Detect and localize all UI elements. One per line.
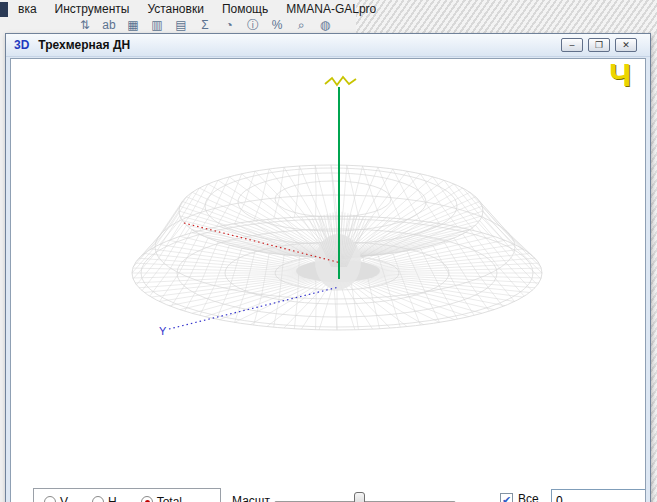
percent-icon[interactable]: %	[270, 18, 284, 32]
screen: вка Инструменты Установки Помощь MMANA-G…	[0, 0, 657, 502]
pattern-3d-window: 3D Трехмерная ДН – ❐ ✕ Y Ч V H	[5, 33, 651, 502]
menu-item-settings[interactable]: Установки	[138, 2, 212, 16]
polarization-radio-panel: V H Total	[33, 488, 221, 502]
toolbar: ⇅ ab ▦ ▥ ▤ Σ ◔ ⓘ % ⌕ ◍	[78, 17, 332, 33]
window-title: Трехмерная ДН	[38, 38, 130, 52]
background-pattern-top	[356, 0, 657, 33]
menu-item-help[interactable]: Помощь	[213, 2, 277, 16]
restore-button[interactable]: ❐	[588, 38, 610, 52]
menubar: вка Инструменты Установки Помощь MMANA-G…	[0, 0, 385, 18]
info-icon[interactable]: ⓘ	[246, 18, 260, 32]
letters-icon[interactable]: ab	[102, 18, 116, 32]
radiation-pattern-plot[interactable]: Y	[11, 59, 646, 502]
plot-client-area: Y Ч V H Total Масш	[10, 58, 646, 502]
scale-label: Масшт.	[232, 494, 272, 502]
radio-h-circle	[92, 496, 104, 502]
all-checkbox-box[interactable]: ✔	[500, 493, 513, 502]
grid-icon[interactable]: ▦	[126, 18, 140, 32]
app-icon	[0, 2, 8, 17]
menu-item-instruments[interactable]: Инструменты	[46, 2, 139, 16]
sigma-icon[interactable]: Σ	[198, 18, 212, 32]
all-checkbox[interactable]: ✔ Все	[500, 492, 539, 502]
globe-icon[interactable]: ◍	[318, 18, 332, 32]
close-button[interactable]: ✕	[615, 38, 637, 52]
clock-icon[interactable]: ◔	[222, 18, 236, 32]
window-3d-badge: 3D	[14, 38, 29, 52]
radio-total-circle	[141, 496, 153, 502]
scale-slider[interactable]	[274, 488, 456, 502]
radio-v-label: V	[60, 495, 68, 502]
titlebar[interactable]: 3D Трехмерная ДН – ❐ ✕	[6, 34, 650, 57]
all-checkbox-label: Все	[518, 492, 539, 502]
menu-item-mmana-galpro[interactable]: MMANA-GALpro	[277, 2, 385, 16]
search-icon[interactable]: ⌕	[294, 18, 308, 32]
window-buttons: – ❐ ✕	[561, 38, 637, 52]
radio-h-label: H	[108, 495, 117, 502]
bottom-controls: V H Total Масшт.	[11, 486, 645, 502]
radio-total[interactable]: Total	[141, 495, 182, 502]
svg-text:Y: Y	[159, 325, 167, 337]
radio-h[interactable]: H	[92, 495, 117, 502]
document-icon[interactable]: ▤	[174, 18, 188, 32]
radio-v[interactable]: V	[44, 495, 68, 502]
menu-item-edit[interactable]: вка	[9, 2, 46, 16]
radio-total-label: Total	[157, 495, 182, 502]
minimize-button[interactable]: –	[561, 38, 583, 52]
rows-icon[interactable]: ▥	[150, 18, 164, 32]
scale-slider-thumb[interactable]	[354, 492, 365, 502]
sort-arrows-icon[interactable]: ⇅	[78, 18, 92, 32]
background-pattern-right	[651, 33, 657, 502]
value-input[interactable]	[551, 489, 646, 502]
corner-label: Ч	[609, 59, 631, 93]
radio-v-circle	[44, 496, 56, 502]
